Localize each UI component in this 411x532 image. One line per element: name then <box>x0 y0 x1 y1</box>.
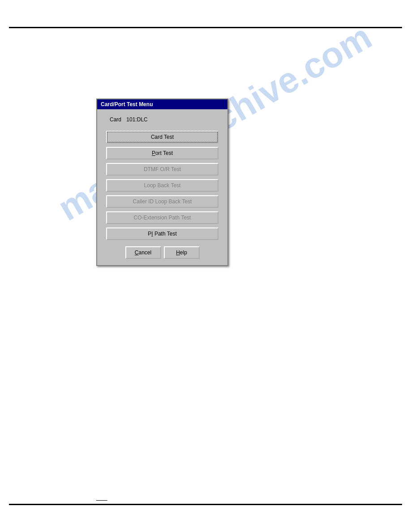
co-ext-test-row: CO-Extension Path Test <box>106 211 218 224</box>
pi-path-test-button[interactable]: PI Path Test <box>106 227 218 240</box>
dialog-container: Card/Port Test Menu Card 101:DLC Card Te… <box>96 99 228 266</box>
dtmf-test-button[interactable]: DTMF O/R Test <box>106 163 218 176</box>
bottom-border <box>9 504 402 505</box>
dialog-title: Card/Port Test Menu <box>101 101 153 107</box>
bottom-buttons: Cancel Help <box>106 246 218 259</box>
loop-back-test-button[interactable]: Loop Back Test <box>106 179 218 192</box>
caller-id-test-row: Caller ID Loop Back Test <box>106 195 218 208</box>
help-button[interactable]: Help <box>164 246 200 259</box>
co-ext-test-button[interactable]: CO-Extension Path Test <box>106 211 218 224</box>
port-test-button[interactable]: Port Test <box>106 147 218 159</box>
caller-id-test-button[interactable]: Caller ID Loop Back Test <box>106 195 218 208</box>
card-label: Card 101:DLC <box>106 116 218 123</box>
dialog-content: Card 101:DLC Card Test Port Test DTMF O/… <box>97 109 227 265</box>
dtmf-test-row: DTMF O/R Test <box>106 163 218 176</box>
cancel-button[interactable]: Cancel <box>125 246 161 259</box>
footnote: ____ <box>96 495 107 501</box>
top-border <box>9 27 402 28</box>
card-test-button[interactable]: Card Test <box>106 131 218 143</box>
dialog-titlebar: Card/Port Test Menu <box>97 99 227 109</box>
port-test-row: Port Test <box>106 147 218 159</box>
loop-back-test-row: Loop Back Test <box>106 179 218 192</box>
card-test-row: Card Test <box>106 131 218 143</box>
pi-path-test-row: PI Path Test <box>106 227 218 240</box>
